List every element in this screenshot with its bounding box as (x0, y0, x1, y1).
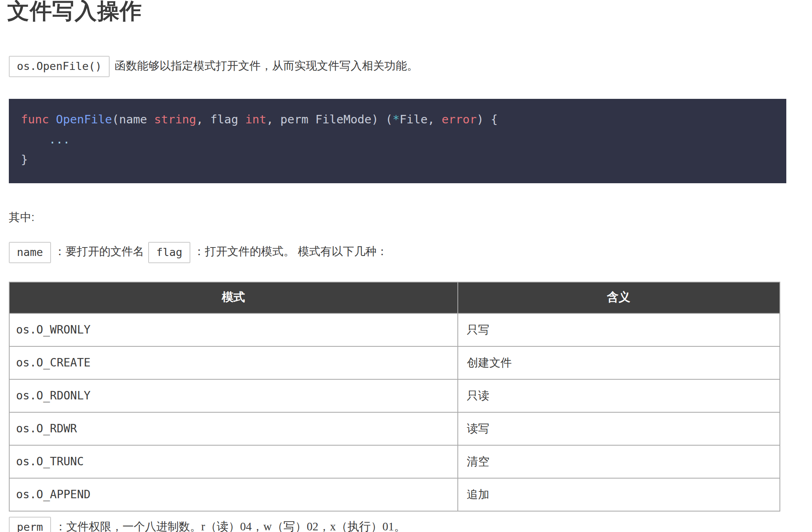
code-token: , flag (196, 113, 245, 126)
intro-paragraph: os.OpenFile()函数能够以指定模式打开文件，从而实现文件写入相关功能。 (9, 56, 786, 77)
code-content: func OpenFile(name string, flag int, per… (21, 109, 774, 170)
table-row: os.O_APPEND追加 (9, 478, 780, 511)
mode-cell: os.O_RDWR (9, 412, 458, 445)
flag-table-head: 模式 含义 (9, 282, 780, 313)
code-token: , perm FileMode) ( (266, 113, 392, 126)
flag-table: 模式 含义 os.O_WRONLY只写os.O_CREATE创建文件os.O_R… (9, 282, 780, 512)
code-token: error (442, 113, 477, 126)
code-line: ... (21, 129, 774, 149)
flag-table-body: os.O_WRONLY只写os.O_CREATE创建文件os.O_RDONLY只… (9, 313, 780, 511)
code-token: File, (400, 113, 442, 126)
perm-paragraph: perm：文件权限，一个八进制数。r（读）04，w（写）02，x（执行）01。 (9, 517, 786, 532)
code-token: ) { (477, 113, 498, 126)
perm-serif-text: r（读）04，w（写）02，x（执行）01。 (201, 520, 406, 532)
code-line: } (21, 149, 774, 170)
inline-code-perm: perm (9, 517, 51, 532)
meaning-cell: 只写 (458, 313, 780, 346)
code-token: * (392, 113, 399, 126)
meaning-cell: 追加 (458, 478, 780, 511)
meaning-cell: 只读 (458, 379, 780, 412)
code-token: func (21, 113, 49, 126)
code-block: func OpenFile(name string, flag int, per… (9, 99, 786, 183)
perm-text: ：文件权限，一个八进制数。 (55, 520, 201, 532)
inline-code-os-openfile: os.OpenFile() (9, 56, 110, 77)
meaning-cell: 清空 (458, 445, 780, 478)
code-token: (name (112, 113, 154, 126)
meaning-cell: 读写 (458, 412, 780, 445)
flag-table-header-row: 模式 含义 (9, 282, 780, 313)
params-paragraph: name：要打开的文件名flag：打开文件的模式。 模式有以下几种： (9, 242, 786, 263)
code-token: string (154, 113, 196, 126)
mode-cell: os.O_WRONLY (9, 313, 458, 346)
code-token: ... (21, 133, 70, 146)
code-token: OpenFile (56, 113, 112, 126)
inline-code-name: name (9, 242, 51, 263)
mode-cell: os.O_APPEND (9, 478, 458, 511)
params-text-flag: ：打开文件的模式。 模式有以下几种： (194, 245, 388, 258)
intro-text: 函数能够以指定模式打开文件，从而实现文件写入相关功能。 (114, 59, 418, 72)
table-row: os.O_WRONLY只写 (9, 313, 780, 346)
code-token (49, 113, 56, 126)
mode-cell: os.O_TRUNC (9, 445, 458, 478)
mode-cell: os.O_RDONLY (9, 379, 458, 412)
table-row: os.O_RDONLY只读 (9, 379, 780, 412)
among-label: 其中: (9, 210, 786, 225)
flag-table-header-mode: 模式 (9, 282, 458, 313)
code-token: int (245, 113, 266, 126)
flag-table-header-meaning: 含义 (458, 282, 780, 313)
inline-code-flag: flag (148, 242, 190, 263)
table-row: os.O_CREATE创建文件 (9, 346, 780, 379)
params-text-name: ：要打开的文件名 (54, 245, 144, 258)
code-token: } (21, 153, 28, 166)
mode-cell: os.O_CREATE (9, 346, 458, 379)
page-container: 文件写入操作 os.OpenFile()函数能够以指定模式打开文件，从而实现文件… (0, 0, 812, 532)
page-title: 文件写入操作 (7, 0, 786, 24)
table-row: os.O_TRUNC清空 (9, 445, 780, 478)
table-row: os.O_RDWR读写 (9, 412, 780, 445)
meaning-cell: 创建文件 (458, 346, 780, 379)
code-line: func OpenFile(name string, flag int, per… (21, 109, 774, 129)
